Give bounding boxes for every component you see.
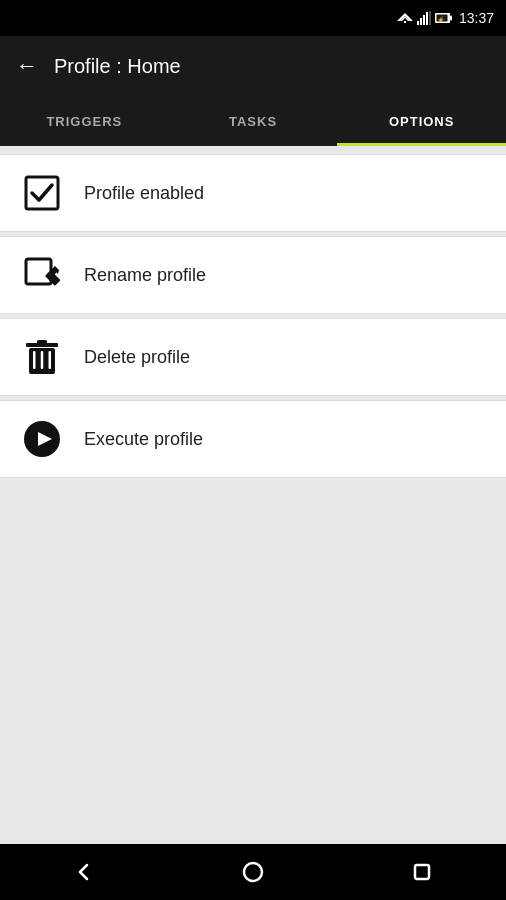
rename-profile-label: Rename profile	[84, 265, 206, 286]
svg-rect-22	[49, 351, 52, 369]
svg-rect-6	[426, 12, 428, 25]
signal-icon	[417, 11, 431, 25]
svg-rect-20	[33, 351, 36, 369]
app-bar-title: Profile : Home	[54, 55, 181, 78]
nav-bar	[0, 844, 506, 900]
delete-profile-label: Delete profile	[84, 347, 190, 368]
svg-rect-5	[423, 15, 425, 25]
app-bar: ← Profile : Home	[0, 36, 506, 96]
content-area: Profile enabled Rename profile	[0, 146, 506, 844]
back-button[interactable]: ←	[16, 53, 38, 79]
play-circle-icon	[20, 417, 64, 461]
list-item-rename-profile[interactable]: Rename profile	[0, 236, 506, 314]
list-item-profile-enabled[interactable]: Profile enabled	[0, 154, 506, 232]
list-item-delete-profile[interactable]: Delete profile	[0, 318, 506, 396]
status-time: 13:37	[459, 10, 494, 26]
svg-rect-2	[404, 21, 406, 23]
tab-options[interactable]: OPTIONS	[337, 96, 506, 146]
status-icons: ⚡	[397, 11, 453, 25]
checkbox-checked-icon	[20, 171, 64, 215]
tab-tasks[interactable]: TASKS	[169, 96, 338, 146]
tab-bar: TRIGGERS TASKS OPTIONS	[0, 96, 506, 146]
svg-rect-13	[26, 259, 51, 284]
nav-home-button[interactable]	[223, 852, 283, 892]
execute-profile-label: Execute profile	[84, 429, 203, 450]
edit-checkbox-icon	[20, 253, 64, 297]
svg-rect-21	[41, 351, 44, 369]
battery-icon: ⚡	[435, 12, 453, 24]
nav-recent-button[interactable]	[392, 852, 452, 892]
tab-triggers[interactable]: TRIGGERS	[0, 96, 169, 146]
svg-point-25	[244, 863, 262, 881]
trash-icon	[20, 335, 64, 379]
nav-back-button[interactable]	[54, 852, 114, 892]
svg-rect-26	[415, 865, 429, 879]
list-item-execute-profile[interactable]: Execute profile	[0, 400, 506, 478]
wifi-icon	[397, 11, 413, 25]
status-bar: ⚡ 13:37	[0, 0, 506, 36]
svg-text:⚡: ⚡	[437, 16, 445, 24]
svg-rect-18	[37, 340, 47, 344]
svg-rect-9	[450, 16, 452, 21]
svg-rect-7	[429, 11, 431, 25]
svg-rect-3	[417, 21, 419, 25]
profile-enabled-label: Profile enabled	[84, 183, 204, 204]
svg-rect-4	[420, 18, 422, 25]
